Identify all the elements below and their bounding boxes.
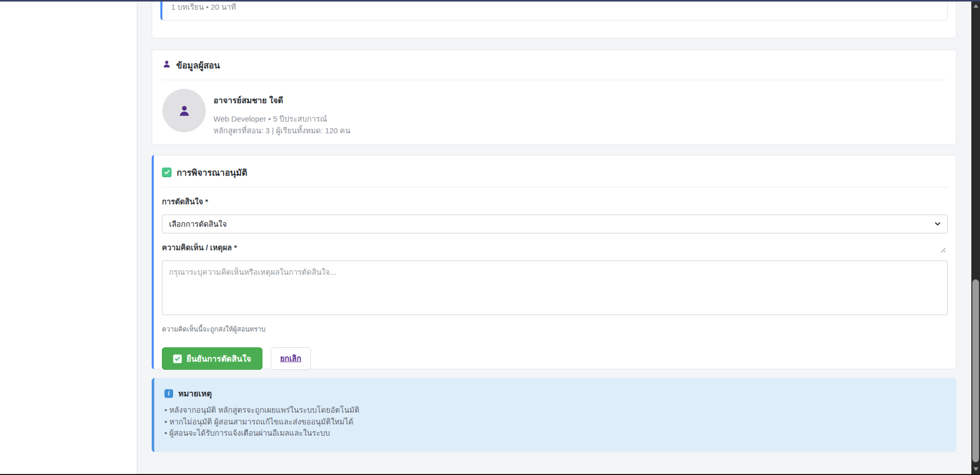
approval-card: การพิจารณาอนุมัติ การตัดสินใจ * เลือกการ… bbox=[152, 155, 957, 369]
instructor-card: ข้อมูลผู้สอน อาจารย์สมชาย ใจดี Web Devel… bbox=[152, 50, 957, 145]
content-column: 1 บทเรียน • 20 นาที ข้อมูลผู้สอน bbox=[152, 0, 957, 452]
comment-label: ความคิดเห็น / เหตุผล * bbox=[162, 242, 948, 254]
approval-section-title: การพิจารณาอนุมัติ bbox=[177, 165, 247, 179]
approval-actions: ยืนยันการตัดสินใจ ยกเลิก bbox=[162, 347, 948, 370]
note-header: i หมายเหตุ bbox=[164, 387, 946, 399]
note-title: หมายเหตุ bbox=[178, 387, 212, 400]
scrollbar[interactable] bbox=[971, 0, 980, 475]
scroll-down-arrow[interactable] bbox=[971, 465, 980, 473]
comment-textarea[interactable] bbox=[162, 260, 948, 315]
avatar-person-icon bbox=[178, 104, 191, 117]
cancel-button[interactable]: ยกเลิก bbox=[271, 347, 311, 370]
scrollbar-thumb[interactable] bbox=[972, 279, 979, 462]
comment-help-text: ความคิดเห็นนี้จะถูกส่งให้ผู้สอนทราบ bbox=[162, 324, 948, 335]
navbar-bottom-edge bbox=[0, 0, 980, 2]
info-icon: i bbox=[164, 389, 173, 398]
note-item: หลังจากอนุมัติ หลักสูตรจะถูกเผยแพร่ในระบ… bbox=[164, 405, 946, 416]
divider bbox=[162, 187, 948, 187]
course-content-card: 1 บทเรียน • 20 นาที bbox=[152, 0, 957, 38]
sidebar bbox=[0, 0, 137, 475]
decision-select-wrap: เลือกการตัดสินใจ bbox=[162, 215, 948, 233]
decision-label: การตัดสินใจ * bbox=[162, 196, 948, 208]
instructor-profile: อาจารย์สมชาย ใจดี Web Developer • 5 ปีปร… bbox=[162, 80, 946, 136]
note-item: หากไม่อนุมัติ ผู้สอนสามารถแก้ไขและส่งขออ… bbox=[164, 416, 946, 428]
note-item: ผู้สอนจะได้รับการแจ้งเตือนผ่านอีเมลและใน… bbox=[164, 428, 946, 439]
note-box: i หมายเหตุ หลังจากอนุมัติ หลักสูตรจะถูกเ… bbox=[152, 378, 957, 452]
avatar bbox=[162, 89, 206, 132]
scroll-up-arrow[interactable] bbox=[971, 2, 980, 10]
instructor-info: อาจารย์สมชาย ใจดี Web Developer • 5 ปีปร… bbox=[213, 89, 350, 136]
confirm-button-label: ยืนยันการตัดสินใจ bbox=[186, 352, 251, 365]
main-content: 1 บทเรียน • 20 นาที ข้อมูลผู้สอน bbox=[137, 0, 971, 475]
lesson-item[interactable]: 1 บทเรียน • 20 นาที bbox=[160, 0, 948, 20]
page: 1 บทเรียน • 20 นาที ข้อมูลผู้สอน bbox=[0, 0, 980, 475]
confirm-decision-button[interactable]: ยืนยันการตัดสินใจ bbox=[162, 347, 262, 370]
approval-card-header: การพิจารณาอนุมัติ bbox=[162, 165, 948, 179]
instructor-name: อาจารย์สมชาย ใจดี bbox=[213, 94, 350, 107]
check-box-icon bbox=[173, 354, 182, 363]
instructor-role: Web Developer • 5 ปีประสบการณ์ bbox=[213, 113, 350, 125]
instructor-section-title: ข้อมูลผู้สอน bbox=[176, 58, 220, 72]
person-icon bbox=[162, 60, 171, 70]
check-square-icon bbox=[162, 168, 172, 177]
instructor-stats: หลักสูตรที่สอน: 3 | ผู้เรียนทั้งหมด: 120… bbox=[213, 125, 350, 136]
lesson-meta-text: 1 บทเรียน • 20 นาที bbox=[171, 3, 236, 11]
note-list: หลังจากอนุมัติ หลักสูตรจะถูกเผยแพร่ในระบ… bbox=[164, 405, 946, 439]
instructor-card-header: ข้อมูลผู้สอน bbox=[162, 58, 946, 72]
decision-select[interactable]: เลือกการตัดสินใจ bbox=[162, 215, 948, 233]
